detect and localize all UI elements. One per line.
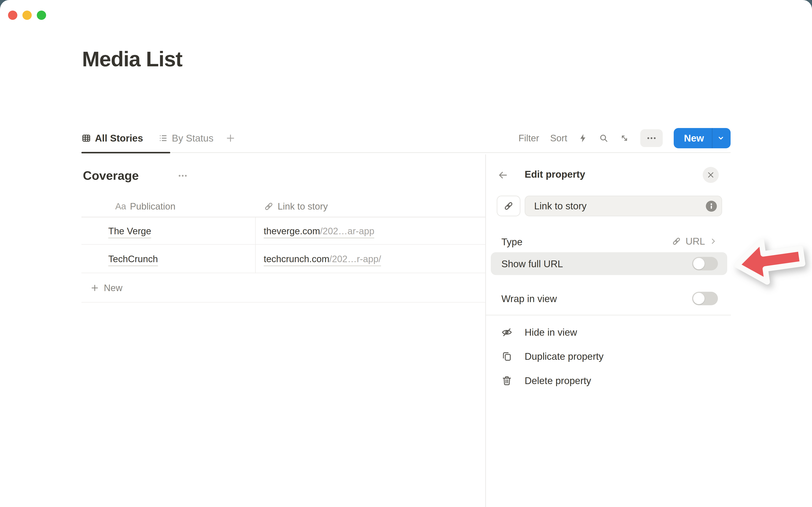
type-label: Type (501, 236, 522, 247)
url-domain: techcrunch.com (264, 254, 329, 264)
table-header-row: Aa Publication Link to story (82, 196, 485, 217)
tab-label: All Stories (95, 132, 143, 144)
toggle-label: Show full URL (501, 258, 563, 270)
type-row[interactable]: Type URL (486, 231, 731, 251)
red-arrow-annotation (728, 227, 810, 294)
property-name-row: Link to story (497, 195, 722, 216)
close-panel-button[interactable] (703, 167, 719, 183)
column-header-link-to-story[interactable]: Link to story (264, 201, 328, 212)
active-tab-underline (82, 152, 170, 153)
url-domain: theverge.com (264, 226, 320, 236)
table-options-ellipsis-icon[interactable] (177, 170, 188, 181)
table-row: TechCrunch techcrunch.com/202…r-app/ (82, 245, 485, 273)
table-row: The Verge theverge.com/202…ar-app (82, 218, 485, 245)
new-button[interactable]: New (674, 128, 730, 148)
add-row-label: New (104, 283, 122, 293)
toggle-knob (693, 258, 705, 269)
link-icon (503, 201, 514, 211)
toggle-knob (693, 293, 705, 304)
menu-item-duplicate-property[interactable]: Duplicate property (486, 345, 731, 368)
menu-item-delete-property[interactable]: Delete property (486, 369, 731, 393)
menu-item-label: Duplicate property (525, 351, 604, 362)
url-truncated: /202…ar-app (320, 226, 374, 236)
type-value-label: URL (686, 235, 705, 247)
panel-divider (486, 315, 731, 316)
expand-icon[interactable] (620, 133, 629, 143)
chevron-down-icon[interactable] (712, 134, 730, 143)
table-view-icon (82, 133, 91, 143)
type-value: URL (672, 231, 717, 251)
new-button-label: New (674, 132, 712, 144)
page-title: Media List (82, 47, 182, 71)
close-icon (707, 171, 714, 179)
panel-title: Edit property (525, 169, 585, 180)
wrap-in-view-toggle[interactable] (692, 292, 718, 305)
add-view-plus-icon[interactable] (225, 133, 236, 144)
chevron-right-icon (709, 237, 717, 245)
property-icon-button[interactable] (497, 195, 520, 216)
column-label: Link to story (277, 201, 328, 212)
text-type-icon: Aa (115, 201, 126, 212)
search-icon[interactable] (599, 133, 609, 143)
panel-header: Edit property (486, 167, 731, 183)
minimize-window-button[interactable] (22, 11, 32, 20)
app-window: Media List All Stories (0, 0, 812, 507)
menu-item-label: Hide in view (525, 327, 577, 338)
wrap-in-view-row[interactable]: Wrap in view (491, 287, 727, 309)
toggle-label: Wrap in view (501, 293, 557, 304)
url-cell[interactable]: techcrunch.com/202…r-app/ (264, 254, 381, 264)
url-cell[interactable]: theverge.com/202…ar-app (264, 226, 374, 236)
tab-label: By Status (172, 132, 214, 144)
close-window-button[interactable] (8, 11, 17, 20)
property-name-input[interactable]: Link to story (525, 195, 722, 216)
sort-button[interactable]: Sort (550, 133, 567, 144)
zoom-window-button[interactable] (37, 11, 46, 20)
lightning-icon[interactable] (578, 133, 588, 143)
add-row-button[interactable]: New (82, 274, 485, 302)
show-full-url-toggle[interactable] (692, 257, 718, 270)
table-title: Coverage (83, 169, 139, 183)
tab-by-status[interactable]: By Status (158, 132, 214, 144)
ellipsis-icon (646, 133, 657, 144)
back-arrow-icon[interactable] (498, 170, 508, 180)
more-options-button[interactable] (640, 129, 663, 147)
menu-item-hide-in-view[interactable]: Hide in view (486, 321, 731, 344)
column-header-publication[interactable]: Aa Publication (115, 201, 175, 212)
view-toolbar: All Stories By Status Filt (82, 124, 730, 153)
info-icon[interactable] (706, 201, 717, 212)
publication-cell[interactable]: The Verge (108, 226, 151, 236)
property-name-value: Link to story (534, 200, 587, 212)
tab-all-stories[interactable]: All Stories (82, 132, 143, 144)
column-label: Publication (130, 201, 175, 212)
duplicate-icon (501, 351, 512, 362)
publication-cell[interactable]: TechCrunch (108, 254, 158, 264)
url-truncated: /202…r-app/ (329, 254, 381, 264)
link-icon (672, 236, 681, 246)
eye-slash-icon (501, 327, 512, 338)
link-icon (264, 201, 274, 212)
trash-icon (501, 375, 512, 386)
edit-property-panel: Edit property Link to story (485, 155, 731, 507)
show-full-url-row[interactable]: Show full URL (491, 252, 727, 275)
menu-item-label: Delete property (525, 375, 591, 386)
filter-button[interactable]: Filter (518, 133, 539, 144)
plus-icon (90, 283, 100, 293)
list-view-icon (158, 133, 168, 143)
